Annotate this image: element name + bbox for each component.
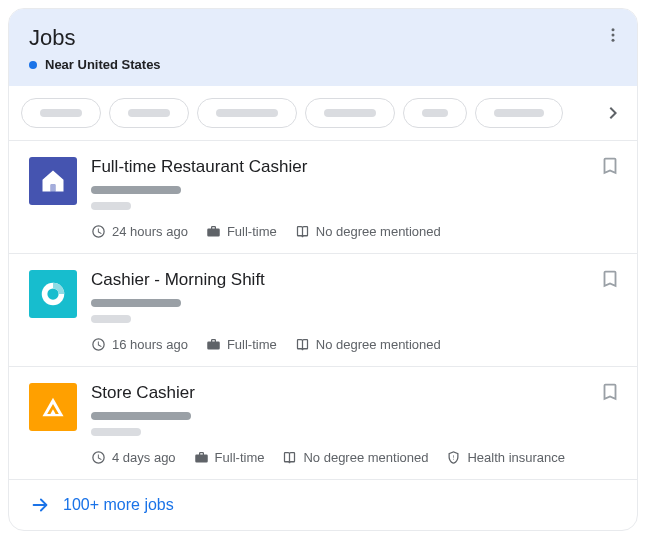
book-icon [282, 450, 297, 465]
location-placeholder [91, 202, 131, 210]
job-meta-row: 16 hours agoFull-timeNo degree mentioned [91, 337, 617, 352]
meta-text: No degree mentioned [316, 224, 441, 239]
jobs-card: Jobs Near United States Full-time Restau… [8, 8, 638, 531]
location-placeholder [91, 428, 141, 436]
svg-point-2 [612, 39, 615, 42]
location-text: Near United States [45, 57, 161, 72]
location-placeholder [91, 315, 131, 323]
job-meta-row: 24 hours agoFull-timeNo degree mentioned [91, 224, 617, 239]
bookmark-button[interactable] [599, 155, 621, 181]
book-icon [295, 337, 310, 352]
meta-text: No degree mentioned [303, 450, 428, 465]
meta-text: 16 hours ago [112, 337, 188, 352]
company-placeholder [91, 299, 181, 307]
placeholder-bar [216, 109, 278, 117]
meta-item: No degree mentioned [282, 450, 428, 465]
meta-text: Full-time [227, 224, 277, 239]
meta-item: 16 hours ago [91, 337, 188, 352]
placeholder-bar [494, 109, 544, 117]
job-listing[interactable]: Full-time Restaurant Cashier24 hours ago… [9, 141, 637, 254]
arrow-right-icon [29, 494, 51, 516]
job-body: Full-time Restaurant Cashier24 hours ago… [91, 157, 617, 239]
meta-text: Full-time [215, 450, 265, 465]
placeholder-bar [422, 109, 448, 117]
job-body: Cashier - Morning Shift16 hours agoFull-… [91, 270, 617, 352]
placeholder-bar [324, 109, 376, 117]
company-placeholder [91, 412, 191, 420]
meta-text: 4 days ago [112, 450, 176, 465]
filter-chip[interactable] [475, 98, 563, 128]
meta-item: Full-time [206, 337, 277, 352]
bookmark-icon [599, 268, 621, 290]
filter-chip[interactable] [21, 98, 101, 128]
job-meta-row: 4 days agoFull-timeNo degree mentionedHe… [91, 450, 617, 465]
svg-point-1 [612, 34, 615, 37]
bookmark-button[interactable] [599, 381, 621, 407]
filter-chips-row [9, 86, 637, 141]
svg-point-0 [612, 28, 615, 31]
bookmark-button[interactable] [599, 268, 621, 294]
meta-text: Full-time [227, 337, 277, 352]
page-title: Jobs [29, 25, 617, 51]
svg-point-5 [47, 288, 58, 299]
more-jobs-text: 100+ more jobs [63, 496, 174, 514]
more-jobs-link[interactable]: 100+ more jobs [9, 479, 637, 530]
location-row[interactable]: Near United States [29, 57, 617, 72]
job-body: Store Cashier4 days agoFull-timeNo degre… [91, 383, 617, 465]
job-title: Cashier - Morning Shift [91, 270, 617, 290]
bookmark-icon [599, 381, 621, 403]
job-title: Full-time Restaurant Cashier [91, 157, 617, 177]
meta-item: No degree mentioned [295, 337, 441, 352]
filter-chip[interactable] [403, 98, 467, 128]
filters-next-button[interactable] [595, 93, 631, 133]
jobs-list: Full-time Restaurant Cashier24 hours ago… [9, 141, 637, 479]
shield-icon [446, 450, 461, 465]
placeholder-bar [128, 109, 170, 117]
three-dots-vertical-icon [604, 26, 622, 44]
meta-item: Full-time [206, 224, 277, 239]
location-dot-icon [29, 61, 37, 69]
company-logo [29, 270, 77, 318]
header: Jobs Near United States [9, 9, 637, 86]
meta-text: 24 hours ago [112, 224, 188, 239]
clock-icon [91, 337, 106, 352]
meta-item: Full-time [194, 450, 265, 465]
company-logo [29, 157, 77, 205]
briefcase-icon [206, 224, 221, 239]
more-menu-button[interactable] [601, 23, 625, 47]
placeholder-bar [40, 109, 82, 117]
meta-text: Health insurance [467, 450, 565, 465]
briefcase-icon [206, 337, 221, 352]
meta-item: 4 days ago [91, 450, 176, 465]
job-title: Store Cashier [91, 383, 617, 403]
meta-text: No degree mentioned [316, 337, 441, 352]
filter-chip[interactable] [109, 98, 189, 128]
bookmark-icon [599, 155, 621, 177]
briefcase-icon [194, 450, 209, 465]
job-listing[interactable]: Store Cashier4 days agoFull-timeNo degre… [9, 367, 637, 479]
book-icon [295, 224, 310, 239]
filter-chip[interactable] [305, 98, 395, 128]
svg-rect-3 [51, 185, 56, 192]
meta-item: No degree mentioned [295, 224, 441, 239]
clock-icon [91, 450, 106, 465]
filter-chip[interactable] [197, 98, 297, 128]
company-placeholder [91, 186, 181, 194]
meta-item: Health insurance [446, 450, 565, 465]
meta-item: 24 hours ago [91, 224, 188, 239]
job-listing[interactable]: Cashier - Morning Shift16 hours agoFull-… [9, 254, 637, 367]
company-logo [29, 383, 77, 431]
chevron-right-icon [601, 101, 625, 125]
clock-icon [91, 224, 106, 239]
